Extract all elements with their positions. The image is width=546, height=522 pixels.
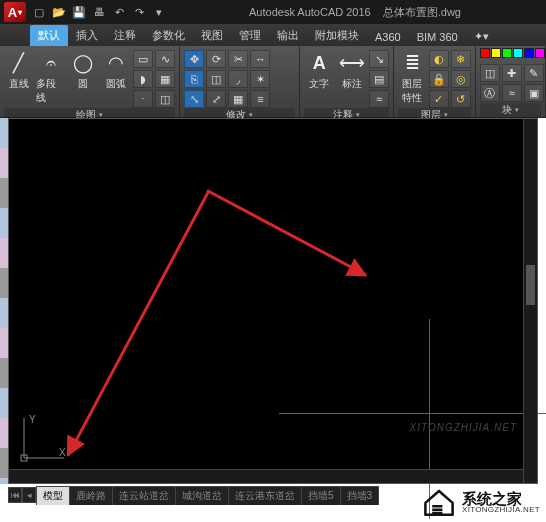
brand-name-cn: 系统之家 bbox=[462, 491, 540, 506]
draw-region-icon[interactable]: ◫ bbox=[155, 90, 175, 108]
doc-title: 总体布置图.dwg bbox=[383, 5, 461, 20]
tab-nav-first-icon[interactable]: ⏮ bbox=[8, 487, 22, 503]
layout-tab-2[interactable]: 连云站道岔 bbox=[112, 486, 176, 505]
ribbon: ╱直线 𝄐多段线 ◯圆 ◠圆弧 ▭ ∿ ◗ ▦ ⋅ ◫ 绘图 ✥ ⟳ ✂ ↔ ⎘… bbox=[0, 46, 546, 118]
qat-more-icon[interactable]: ▾ bbox=[150, 3, 168, 21]
layout-tab-6[interactable]: 挡墙3 bbox=[340, 486, 380, 505]
layout-tab-strip: ⏮ ◂ 模型 鹿岭路 连云站道岔 城沟道岔 连云港东道岔 挡墙5 挡墙3 bbox=[8, 486, 378, 504]
layer-off-icon[interactable]: ◐ bbox=[429, 50, 449, 68]
draw-ellipse-icon[interactable]: ◗ bbox=[133, 70, 153, 88]
explode-icon[interactable]: ✶ bbox=[250, 70, 270, 88]
tab-bim360[interactable]: BIM 360 bbox=[409, 28, 466, 46]
app-menu-button[interactable]: A bbox=[4, 2, 26, 22]
horizontal-scrollbar[interactable] bbox=[9, 469, 523, 483]
stretch-icon[interactable]: ⤡ bbox=[184, 90, 204, 108]
brand-logo-icon bbox=[422, 487, 456, 517]
block-create-icon[interactable]: ✚ bbox=[502, 64, 522, 82]
circle-button[interactable]: ◯圆 bbox=[69, 48, 98, 91]
layout-tab-3[interactable]: 城沟道岔 bbox=[175, 486, 229, 505]
panel-draw: ╱直线 𝄐多段线 ◯圆 ◠圆弧 ▭ ∿ ◗ ▦ ⋅ ◫ 绘图 bbox=[0, 46, 180, 117]
title-bar: A ▢ 📂 💾 🖶 ↶ ↷ ▾ Autodesk AutoCAD 2016 总体… bbox=[0, 0, 546, 24]
draw-rect-icon[interactable]: ▭ bbox=[133, 50, 153, 68]
dimension-button[interactable]: ⟷标注 bbox=[337, 48, 366, 91]
leader-icon[interactable]: ↘ bbox=[369, 50, 389, 68]
draw-point-icon[interactable]: ⋅ bbox=[133, 90, 153, 108]
annotation-arrow-1 bbox=[206, 189, 366, 276]
layer-prev-icon[interactable]: ↺ bbox=[451, 90, 471, 108]
layer-match-icon[interactable]: ✓ bbox=[429, 90, 449, 108]
panel-annotation: A文字 ⟷标注 ↘ ▤ ≈ 注释 bbox=[300, 46, 394, 117]
panel-modify: ✥ ⟳ ✂ ↔ ⎘ ◫ ◞ ✶ ⤡ ⤢ ▦ ≡ 修改 bbox=[180, 46, 300, 117]
fillet-icon[interactable]: ◞ bbox=[228, 70, 248, 88]
tab-insert[interactable]: 插入 bbox=[68, 25, 106, 46]
vertical-scrollbar[interactable] bbox=[523, 119, 537, 483]
qat-print-icon[interactable]: 🖶 bbox=[90, 3, 108, 21]
ucs-icon: Y X bbox=[19, 413, 69, 463]
svg-text:X: X bbox=[59, 447, 66, 458]
rotate-icon[interactable]: ⟳ bbox=[206, 50, 226, 68]
quick-access-toolbar: ▢ 📂 💾 🖶 ↶ ↷ ▾ bbox=[30, 3, 168, 21]
text-button[interactable]: A文字 bbox=[304, 48, 333, 91]
qat-new-icon[interactable]: ▢ bbox=[30, 3, 48, 21]
array-icon[interactable]: ▦ bbox=[228, 90, 248, 108]
layout-tab-5[interactable]: 挡墙5 bbox=[301, 486, 341, 505]
block-match-icon[interactable]: ≈ bbox=[502, 84, 522, 102]
polyline-button[interactable]: 𝄐多段线 bbox=[36, 48, 65, 105]
offset-icon[interactable]: ≡ bbox=[250, 90, 270, 108]
tab-parametric[interactable]: 参数化 bbox=[144, 25, 193, 46]
tab-output[interactable]: 输出 bbox=[269, 25, 307, 46]
table-icon[interactable]: ▤ bbox=[369, 70, 389, 88]
tab-view[interactable]: 视图 bbox=[193, 25, 231, 46]
tab-addins[interactable]: 附加模块 bbox=[307, 25, 367, 46]
brand-name-en: XITONGZHIJIA.NET bbox=[462, 506, 540, 514]
model-tab[interactable]: 模型 bbox=[36, 486, 70, 505]
block-group-icon[interactable]: ▣ bbox=[524, 84, 544, 102]
tab-a360[interactable]: A360 bbox=[367, 28, 409, 46]
cloud-icon[interactable]: ≈ bbox=[369, 90, 389, 108]
scale-icon[interactable]: ⤢ bbox=[206, 90, 226, 108]
extend-icon[interactable]: ↔ bbox=[250, 50, 270, 68]
layer-iso-icon[interactable]: ◎ bbox=[451, 70, 471, 88]
mirror-icon[interactable]: ◫ bbox=[206, 70, 226, 88]
qat-save-icon[interactable]: 💾 bbox=[70, 3, 88, 21]
svg-text:Y: Y bbox=[29, 414, 36, 425]
site-brand: 系统之家 XITONGZHIJIA.NET bbox=[422, 482, 540, 522]
tab-featured[interactable]: ✦▾ bbox=[466, 27, 497, 46]
layer-lock-icon[interactable]: 🔒 bbox=[429, 70, 449, 88]
drawing-viewport[interactable]: Y X XITONGZHIJIA.NET bbox=[8, 118, 538, 484]
move-icon[interactable]: ✥ bbox=[184, 50, 204, 68]
panel-layers: ≣图层 特性 ◐ ❄ 🔒 ◎ ✓ ↺ 图层 bbox=[394, 46, 476, 117]
draw-hatch-icon[interactable]: ▦ bbox=[155, 70, 175, 88]
qat-undo-icon[interactable]: ↶ bbox=[110, 3, 128, 21]
block-insert-icon[interactable]: ◫ bbox=[480, 64, 500, 82]
layer-freeze-icon[interactable]: ❄ bbox=[451, 50, 471, 68]
watermark: XITONGZHIJIA.NET bbox=[410, 422, 518, 433]
annotation-arrow-2 bbox=[67, 190, 210, 456]
cursor-crosshair-horizontal bbox=[279, 413, 546, 414]
tab-annotate[interactable]: 注释 bbox=[106, 25, 144, 46]
block-attr-icon[interactable]: Ⓐ bbox=[480, 84, 500, 102]
color-palette[interactable] bbox=[480, 48, 545, 58]
trim-icon[interactable]: ✂ bbox=[228, 50, 248, 68]
tab-default[interactable]: 默认 bbox=[30, 25, 68, 46]
panel-block: ◫ ✚ ✎ Ⓐ ≈ ▣ 块 bbox=[476, 46, 546, 117]
arc-button[interactable]: ◠圆弧 bbox=[101, 48, 130, 91]
block-edit-icon[interactable]: ✎ bbox=[524, 64, 544, 82]
layer-properties-button[interactable]: ≣图层 特性 bbox=[398, 48, 426, 105]
left-gutter bbox=[0, 118, 8, 484]
app-title: Autodesk AutoCAD 2016 bbox=[249, 6, 371, 18]
layout-tab-1[interactable]: 鹿岭路 bbox=[69, 486, 113, 505]
tab-manage[interactable]: 管理 bbox=[231, 25, 269, 46]
qat-open-icon[interactable]: 📂 bbox=[50, 3, 68, 21]
ribbon-tab-strip: 默认 插入 注释 参数化 视图 管理 输出 附加模块 A360 BIM 360 … bbox=[0, 24, 546, 46]
copy-icon[interactable]: ⎘ bbox=[184, 70, 204, 88]
draw-spline-icon[interactable]: ∿ bbox=[155, 50, 175, 68]
line-button[interactable]: ╱直线 bbox=[4, 48, 33, 91]
layout-tab-4[interactable]: 连云港东道岔 bbox=[228, 486, 302, 505]
panel-block-title[interactable]: 块 bbox=[480, 103, 541, 117]
tab-nav-prev-icon[interactable]: ◂ bbox=[22, 487, 36, 503]
qat-redo-icon[interactable]: ↷ bbox=[130, 3, 148, 21]
